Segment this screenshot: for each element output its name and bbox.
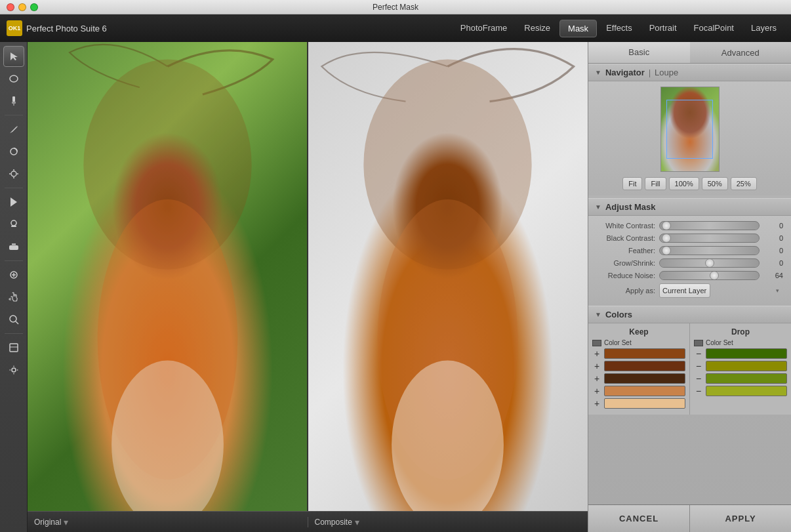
keep-row-1: + [592, 361, 685, 371]
svg-rect-13 [12, 243, 16, 246]
reduce-noise-row: Reduce Noise: 64 [596, 271, 783, 280]
colors-header[interactable]: ▼ Colors [588, 306, 791, 323]
drop-swatch-2 [706, 373, 787, 384]
tool-magnify[interactable] [3, 309, 24, 330]
tool-lasso[interactable] [3, 68, 24, 89]
canvas-right [308, 42, 588, 511]
adjust-mask-content: White Contrast: 0 Black Contrast: [588, 216, 791, 303]
svg-point-5 [11, 171, 16, 176]
keep-add-4[interactable]: + [592, 399, 601, 408]
keep-swatch-3 [604, 386, 685, 396]
black-contrast-slider[interactable] [659, 234, 760, 243]
panel-content: ▼ Navigator | Loupe Fit Fill 100% 50% [588, 64, 791, 504]
feather-slider[interactable] [659, 246, 760, 255]
tool-eraser[interactable] [3, 236, 24, 257]
navigator-content: Fit Fill 100% 50% 25% [588, 81, 791, 195]
left-label-arrow[interactable]: ▾ [64, 517, 68, 527]
reduce-noise-slider[interactable] [659, 271, 760, 280]
menu-mask[interactable]: Mask [559, 20, 597, 37]
feather-label: Feather: [596, 247, 655, 255]
tab-advanced[interactable]: Advanced [690, 42, 792, 63]
app-logo: OK1 Perfect Photo Suite 6 [7, 20, 107, 36]
drop-swatch-1 [706, 361, 787, 371]
zoom-50[interactable]: 50% [702, 177, 728, 190]
grow-shrink-value: 0 [763, 259, 783, 267]
close-button[interactable] [7, 3, 14, 11]
zoom-fill[interactable]: Fill [645, 177, 666, 190]
keep-color-set-label: Color Set [604, 339, 632, 346]
loupe-button[interactable]: Loupe [655, 68, 678, 77]
tool-pen[interactable] [3, 119, 24, 140]
keep-add-3[interactable]: + [592, 386, 601, 396]
keep-swatch-2 [604, 373, 685, 384]
menu-layers[interactable]: Layers [743, 20, 784, 37]
tool-settings[interactable] [3, 359, 24, 380]
menu-effects[interactable]: Effects [598, 20, 640, 37]
cancel-button[interactable]: CANCEL [588, 505, 690, 532]
title-bar: Perfect Mask [0, 0, 791, 14]
menu-resize[interactable]: Resize [516, 20, 558, 37]
navigator-header[interactable]: ▼ Navigator | Loupe [588, 64, 791, 81]
apply-button[interactable]: APPLY [690, 505, 791, 532]
drop-swatch-3 [706, 386, 787, 396]
svg-point-17 [10, 316, 16, 322]
black-contrast-label: Black Contrast: [596, 234, 655, 242]
grow-shrink-slider[interactable] [659, 258, 760, 268]
apply-as-wrapper: Current Layer New Layer Mask ▾ [659, 283, 783, 298]
tool-zoom-in[interactable] [3, 192, 24, 213]
svg-rect-11 [11, 226, 16, 227]
keep-add-1[interactable]: + [592, 361, 601, 371]
white-contrast-value: 0 [763, 222, 783, 230]
canvas-bottom-bar: Original ▾ Composite ▾ [28, 511, 588, 532]
drop-row-3: − [694, 386, 787, 396]
adjust-mask-title: Adjust Mask [605, 202, 656, 212]
keep-swatch-4 [604, 398, 685, 409]
drop-row-1: − [694, 361, 787, 371]
drop-remove-2[interactable]: − [694, 374, 703, 383]
navigator-title: Navigator [605, 68, 645, 77]
tool-color-range[interactable] [3, 141, 24, 162]
tool-refine[interactable] [3, 163, 24, 184]
tool-hand[interactable] [3, 287, 24, 308]
drop-remove-1[interactable]: − [694, 361, 703, 371]
minimize-button[interactable] [18, 3, 26, 11]
maximize-button[interactable] [30, 3, 38, 11]
svg-rect-3 [13, 104, 14, 106]
tool-history[interactable] [3, 337, 24, 358]
tool-brush[interactable] [3, 91, 24, 112]
keep-add-0[interactable]: + [592, 349, 601, 358]
tool-stamp[interactable] [3, 214, 24, 235]
drop-row-0: − [694, 348, 787, 359]
navigator-triangle: ▼ [595, 69, 601, 76]
menu-focalpoint[interactable]: FocalPoint [686, 20, 742, 37]
canvas-divider [307, 42, 308, 511]
zoom-25[interactable]: 25% [731, 177, 757, 190]
drop-remove-3[interactable]: − [694, 386, 703, 396]
feather-value: 0 [763, 247, 783, 255]
window-controls[interactable] [7, 3, 38, 11]
zoom-100[interactable]: 100% [669, 177, 699, 190]
canvas-area: Original ▾ Composite ▾ [28, 42, 588, 532]
keep-add-2[interactable]: + [592, 374, 601, 383]
tool-select[interactable] [3, 46, 24, 67]
svg-rect-2 [12, 102, 16, 104]
apply-as-label: Apply as: [596, 287, 655, 295]
menu-portrait[interactable]: Portrait [641, 20, 685, 37]
apply-as-row: Apply as: Current Layer New Layer Mask ▾ [596, 283, 783, 298]
drop-color-set-label: Color Set [706, 339, 733, 346]
svg-rect-19 [10, 344, 18, 352]
apply-as-select[interactable]: Current Layer New Layer Mask [659, 283, 710, 298]
tab-basic[interactable]: Basic [588, 42, 690, 63]
drop-remove-0[interactable]: − [694, 349, 703, 358]
keep-swatch-0 [604, 348, 685, 359]
zoom-fit[interactable]: Fit [622, 177, 642, 190]
menu-photoframe[interactable]: PhotoFrame [453, 20, 516, 37]
adjust-mask-header[interactable]: ▼ Adjust Mask [588, 198, 791, 216]
tool-healing[interactable] [3, 264, 24, 285]
menu-items: PhotoFrame Resize Mask Effects Portrait … [453, 20, 784, 37]
navigator-thumbnail [660, 87, 720, 172]
left-label-text: Original [34, 518, 61, 527]
toolbar [0, 42, 28, 532]
white-contrast-slider[interactable] [659, 221, 760, 230]
right-label-arrow[interactable]: ▾ [355, 517, 359, 527]
